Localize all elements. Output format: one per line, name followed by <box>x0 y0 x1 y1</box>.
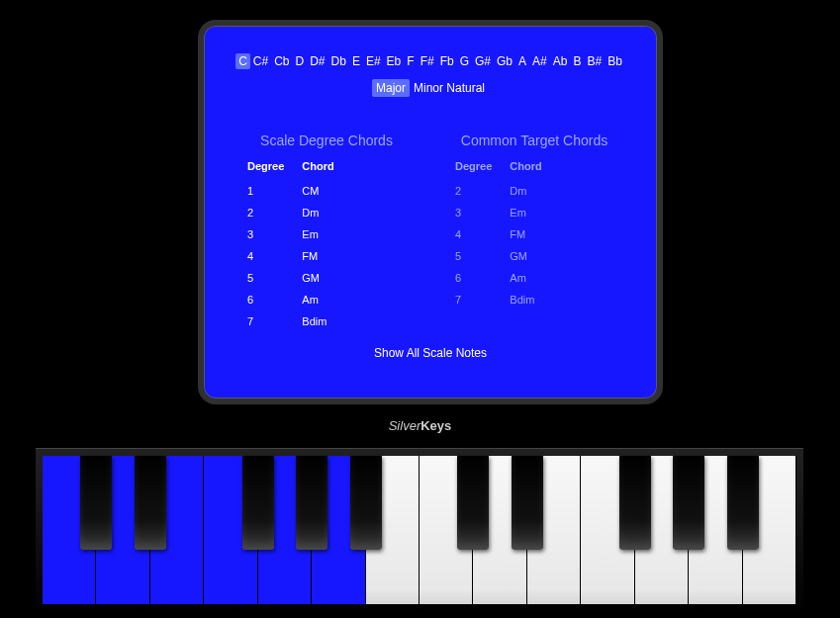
degree-cell: 5 <box>247 267 302 289</box>
col-degree-header: Degree <box>455 156 510 180</box>
note-option-E[interactable]: E <box>349 53 363 69</box>
note-option-Asharp[interactable]: A# <box>529 53 550 69</box>
table-row[interactable]: 3Em <box>247 223 352 245</box>
table-row[interactable]: 7Bdim <box>247 310 352 332</box>
note-option-Bflat[interactable]: Bb <box>605 53 625 69</box>
note-option-Esharp[interactable]: E# <box>363 53 384 69</box>
degree-cell: 5 <box>455 245 510 267</box>
table-row[interactable]: 1CM <box>247 180 352 202</box>
black-key[interactable] <box>80 456 112 550</box>
table-row[interactable]: 5GM <box>455 245 560 267</box>
note-option-Aflat[interactable]: Ab <box>550 53 571 69</box>
black-key[interactable] <box>673 456 704 550</box>
table-row[interactable]: 3Em <box>455 202 560 223</box>
scale-degree-chords-title: Scale Degree Chords <box>247 132 406 148</box>
app-brand: SilverKeys <box>0 418 840 433</box>
table-row[interactable]: 6Am <box>455 267 560 289</box>
black-key[interactable] <box>296 456 327 550</box>
note-option-F[interactable]: F <box>404 53 417 69</box>
degree-cell: 6 <box>455 267 510 289</box>
chord-cell: Am <box>302 289 351 310</box>
table-row[interactable]: 5GM <box>247 267 352 289</box>
degree-cell: 7 <box>247 310 302 332</box>
degree-cell: 2 <box>247 202 302 223</box>
note-option-G[interactable]: G <box>457 53 472 69</box>
common-target-chords-title: Common Target Chords <box>455 132 613 148</box>
note-option-Gflat[interactable]: Gb <box>494 53 515 69</box>
note-option-C[interactable]: C <box>235 53 250 69</box>
col-degree-header: Degree <box>247 156 302 180</box>
table-row[interactable]: 2Dm <box>455 180 560 202</box>
degree-cell: 3 <box>247 223 302 245</box>
note-option-Eflat[interactable]: Eb <box>384 53 405 69</box>
table-row[interactable]: 7Bdim <box>455 289 560 310</box>
chord-cell: GM <box>510 245 559 267</box>
common-target-chords-section: Common Target Chords Degree Chord 2Dm3Em… <box>455 132 613 332</box>
chord-cell: Bdim <box>302 310 351 332</box>
common-target-chords-table: Degree Chord 2Dm3Em4FM5GM6Am7Bdim <box>455 156 560 310</box>
table-row[interactable]: 6Am <box>247 289 352 310</box>
root-note-selector: CC#CbDD#DbEE#EbFF#FbGG#GbAA#AbBB#Bb <box>220 53 641 69</box>
degree-cell: 6 <box>247 289 302 310</box>
degree-cell: 1 <box>247 180 302 202</box>
degree-cell: 3 <box>455 202 510 223</box>
piano-keyboard <box>43 456 796 604</box>
degree-cell: 2 <box>455 180 510 202</box>
black-key[interactable] <box>350 456 382 550</box>
keyboard-container <box>36 448 803 614</box>
chord-cell: Dm <box>510 180 559 202</box>
black-key[interactable] <box>727 456 759 550</box>
note-option-Fsharp[interactable]: F# <box>418 53 437 69</box>
scale-mode-selector: MajorMinor Natural <box>220 79 641 97</box>
table-row[interactable]: 4FM <box>455 223 560 245</box>
scale-degree-chords-table: Degree Chord 1CM2Dm3Em4FM5GM6Am7Bdim <box>247 156 352 332</box>
note-option-D[interactable]: D <box>293 53 308 69</box>
note-option-Cflat[interactable]: Cb <box>271 53 292 69</box>
chord-cell: FM <box>510 223 559 245</box>
black-key[interactable] <box>457 456 489 550</box>
black-key[interactable] <box>512 456 543 550</box>
table-row[interactable]: 4FM <box>247 245 352 267</box>
black-key[interactable] <box>619 456 651 550</box>
degree-cell: 4 <box>247 245 302 267</box>
chord-cell: Em <box>302 223 351 245</box>
black-key[interactable] <box>242 456 274 550</box>
control-panel: CC#CbDD#DbEE#EbFF#FbGG#GbAA#AbBB#Bb Majo… <box>198 20 663 404</box>
note-option-Csharp[interactable]: C# <box>250 53 271 69</box>
brand-prefix: Silver <box>389 418 421 433</box>
note-option-Bsharp[interactable]: B# <box>584 53 605 69</box>
note-option-Dsharp[interactable]: D# <box>307 53 327 69</box>
note-option-Gsharp[interactable]: G# <box>472 53 494 69</box>
note-option-Fflat[interactable]: Fb <box>437 53 457 69</box>
chord-cell: Em <box>510 202 559 223</box>
chord-cell: Am <box>510 267 559 289</box>
scale-degree-chords-section: Scale Degree Chords Degree Chord 1CM2Dm3… <box>247 132 406 332</box>
degree-cell: 4 <box>455 223 510 245</box>
brand-suffix: Keys <box>420 418 451 433</box>
degree-cell: 7 <box>455 289 510 310</box>
chord-cell: FM <box>302 245 351 267</box>
black-key[interactable] <box>135 456 166 550</box>
col-chord-header: Chord <box>510 156 559 180</box>
note-option-Dflat[interactable]: Db <box>328 53 349 69</box>
table-row[interactable]: 2Dm <box>247 202 352 223</box>
chord-cell: Bdim <box>510 289 559 310</box>
col-chord-header: Chord <box>302 156 351 180</box>
note-option-B[interactable]: B <box>570 53 584 69</box>
chord-cell: Dm <box>302 202 351 223</box>
chord-cell: CM <box>302 180 351 202</box>
mode-option-major[interactable]: Major <box>372 79 410 97</box>
show-all-scale-notes-button[interactable]: Show All Scale Notes <box>220 346 641 360</box>
mode-option-minor-natural[interactable]: Minor Natural <box>410 79 489 97</box>
chord-cell: GM <box>302 267 351 289</box>
note-option-A[interactable]: A <box>515 53 529 69</box>
